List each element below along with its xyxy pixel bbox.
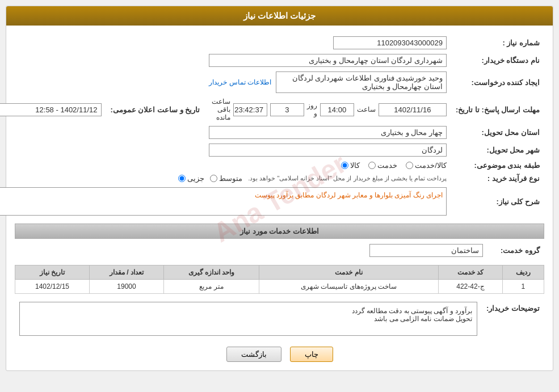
service-group-row: گروه خدمت: ساختمان — [15, 242, 544, 259]
radio-service[interactable]: خدمت — [368, 161, 397, 170]
radio-medium-label: متوسط — [219, 174, 242, 183]
purchase-note-text: پرداخت تمام یا بخشی از مبلغ خریدار از مح… — [248, 175, 447, 182]
description-row: شرح کلی نیاز: اجرای رنگ آمیزی بلوارها و … — [0, 185, 544, 218]
need-number-input[interactable]: 1102093043000029 — [333, 36, 447, 49]
print-button[interactable]: چاپ — [290, 347, 333, 362]
service-group-value: ساختمان — [15, 242, 487, 259]
table-cell-name: ساخت پروژه‌های تاسیسات شهری — [259, 280, 438, 294]
province-input[interactable]: چهار محال و بختیاری — [209, 126, 447, 139]
radio-goods[interactable]: کالا — [341, 161, 360, 170]
table-cell-date: 1402/12/15 — [15, 280, 90, 294]
panel-title: جزئیات اطلاعات نیاز — [243, 11, 316, 20]
deadline-remaining-label: ساعت باقی مانده — [209, 98, 230, 121]
description-box[interactable]: اجرای رنگ آمیزی بلوارها و معابر شهر لردگ… — [0, 187, 447, 216]
deadline-time[interactable]: 14:00 — [320, 103, 354, 116]
service-group-input[interactable]: ساختمان — [369, 244, 483, 257]
deadline-label: مهلت ارسال پاسخ: تا تاریخ: — [451, 95, 544, 124]
table-cell-row: 1 — [502, 280, 544, 294]
notes-line2: تحویل ضمانت نامه الزامی می باشد — [24, 315, 472, 323]
service-detail-table: ردیف کد خدمت نام خدمت واحد اندازه گیری ت… — [15, 265, 544, 294]
announce-value: 1402/11/12 - 12:58 — [0, 95, 106, 124]
radio-s-input[interactable] — [368, 162, 376, 169]
notes-line1: برآورد و آگهی پیوستی به دقت مطالعه گردد — [24, 307, 472, 315]
description-text: اجرای رنگ آمیزی بلوارها و معابر شهر لردگ… — [255, 191, 443, 199]
creator-row: ایجاد کننده درخواست: وحید خورشیدی فناوری… — [0, 69, 544, 95]
back-button[interactable]: بازگشت — [226, 347, 281, 362]
need-number-row: شماره نیاز : 1102093043000029 — [0, 34, 544, 52]
purchase-type-label: نوع فرآیند خرید : — [451, 172, 544, 185]
info-table: شماره نیاز : 1102093043000029 نام دستگاه… — [0, 34, 544, 218]
col-code: کد خدمت — [439, 265, 503, 280]
deadline-days-label: روز و — [307, 102, 317, 117]
services-section-header: اطلاعات خدمات مورد نیاز — [15, 224, 544, 239]
creator-label: ایجاد کننده درخواست: — [451, 69, 544, 95]
notes-box[interactable]: برآورد و آگهی پیوستی به دقت مطالعه گردد … — [19, 302, 477, 336]
service-table-header-row: ردیف کد خدمت نام خدمت واحد اندازه گیری ت… — [15, 265, 544, 280]
radio-partial-label: جزیی — [187, 174, 204, 183]
deadline-remaining[interactable]: 23:42:37 — [233, 103, 267, 116]
radio-g-input[interactable] — [341, 162, 348, 169]
col-date: تاریخ نیاز — [15, 265, 90, 280]
radio-gs-label: کالا/خدمت — [415, 161, 447, 170]
province-value: چهار محال و بختیاری — [204, 124, 451, 141]
radio-s-label: خدمت — [377, 161, 397, 170]
col-qty: تعداد / مقدار — [90, 265, 164, 280]
description-value: اجرای رنگ آمیزی بلوارها و معابر شهر لردگ… — [0, 185, 451, 218]
province-row: استان محل تحویل: چهار محال و بختیاری — [0, 124, 544, 141]
announce-label: تاریخ و ساعت اعلان عمومی: — [106, 95, 205, 124]
radio-partial-input[interactable] — [178, 175, 186, 182]
radio-medium[interactable]: متوسط — [210, 174, 242, 183]
table-cell-measure: متر مربع — [163, 280, 259, 294]
service-group-label: گروه خدمت: — [487, 242, 544, 259]
col-name: نام خدمت — [259, 265, 438, 280]
announce-input[interactable]: 1402/11/12 - 12:58 — [0, 103, 102, 116]
purchase-type-row: نوع فرآیند خرید : پرداخت تمام یا بخشی از… — [0, 172, 544, 185]
purchase-type-value: پرداخت تمام یا بخشی از مبلغ خریدار از مح… — [0, 172, 451, 185]
need-number-value: 1102093043000029 — [204, 34, 451, 52]
city-row: شهر محل تحویل: لردگان — [0, 141, 544, 159]
city-input[interactable]: لردگان — [209, 144, 447, 157]
deadline-time-label: ساعت — [357, 106, 376, 113]
table-cell-code: ج-42-422 — [439, 280, 503, 294]
radio-gs-input[interactable] — [406, 162, 413, 169]
table-row: 1ج-42-422ساخت پروژه‌های تاسیسات شهریمتر … — [15, 280, 544, 294]
main-panel: جزئیات اطلاعات نیاز Ana Tender شماره نیا… — [6, 6, 553, 371]
deadline-value: 1402/11/16 ساعت 14:00 روز و 3 23:42:37 س… — [204, 95, 451, 124]
buyer-org-row: نام دستگاه خریدار: شهرداری لردگان استان … — [0, 52, 544, 69]
notes-table: توضیحات خریدار: برآورد و آگهی پیوستی به … — [15, 300, 544, 338]
panel-header: جزئیات اطلاعات نیاز — [6, 6, 553, 26]
radio-g-label: کالا — [350, 161, 360, 170]
province-label: استان محل تحویل: — [451, 124, 544, 141]
deadline-days[interactable]: 3 — [270, 103, 304, 116]
buyer-org-label: نام دستگاه خریدار: — [451, 52, 544, 69]
category-value: کالا/خدمت خدمت کالا — [204, 159, 451, 172]
page-wrapper: جزئیات اطلاعات نیاز Ana Tender شماره نیا… — [0, 0, 559, 392]
description-label: شرح کلی نیاز: — [451, 185, 544, 218]
category-label: طبقه بندی موضوعی: — [451, 159, 544, 172]
col-row: ردیف — [502, 265, 544, 280]
table-cell-qty: 19000 — [90, 280, 164, 294]
need-number-label: شماره نیاز : — [451, 34, 544, 52]
radio-partial[interactable]: جزیی — [178, 174, 204, 183]
deadline-row: مهلت ارسال پاسخ: تا تاریخ: 1402/11/16 سا… — [0, 95, 544, 124]
creator-input[interactable]: وحید خورشیدی فناوری اطلاعات شهرداری لردگ… — [276, 71, 447, 93]
buyer-org-input[interactable]: شهرداری لردگان استان چهارمحال و بختیاری — [209, 54, 447, 67]
radio-goods-service[interactable]: کالا/خدمت — [406, 161, 447, 170]
notes-value: برآورد و آگهی پیوستی به دقت مطالعه گردد … — [15, 300, 482, 338]
deadline-date[interactable]: 1402/11/16 — [379, 103, 447, 116]
notes-row: توضیحات خریدار: برآورد و آگهی پیوستی به … — [15, 300, 544, 338]
contact-info-link[interactable]: اطلاعات تماس خریدار — [209, 78, 271, 86]
creator-value: وحید خورشیدی فناوری اطلاعات شهرداری لردگ… — [204, 69, 451, 95]
buyer-org-value: شهرداری لردگان استان چهارمحال و بختیاری — [204, 52, 451, 69]
panel-body: Ana Tender شماره نیاز : 1102093043000029… — [6, 26, 553, 370]
button-row: چاپ بازگشت — [15, 347, 544, 362]
radio-medium-input[interactable] — [210, 175, 217, 182]
notes-label: توضیحات خریدار: — [482, 300, 544, 338]
city-label: شهر محل تحویل: — [451, 141, 544, 159]
service-group-table: گروه خدمت: ساختمان — [15, 242, 544, 259]
city-value: لردگان — [204, 141, 451, 159]
category-row: طبقه بندی موضوعی: کالا/خدمت خدمت — [0, 159, 544, 172]
col-measure: واحد اندازه گیری — [163, 265, 259, 280]
